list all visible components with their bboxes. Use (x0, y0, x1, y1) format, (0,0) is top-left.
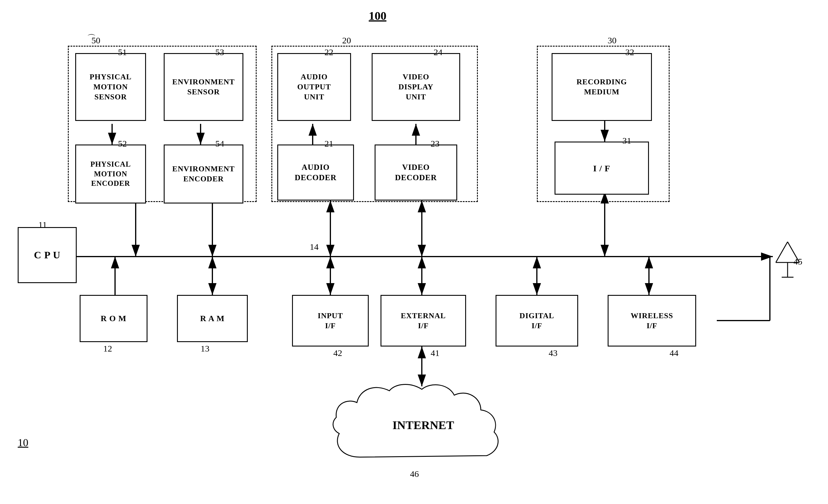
svg-text:INTERNET: INTERNET (392, 418, 454, 432)
physical-motion-sensor-box: PHYSICALMOTIONSENSOR (75, 53, 146, 121)
wl-if-label: 44 (670, 348, 678, 358)
diagram: 100 10 50 ⌒ 20 30 C P U 11 R O M 12 R A … (0, 0, 828, 504)
sensor-label-curve: ⌒ (87, 33, 96, 45)
audio-output-unit-box: AUDIOOUTPUTUNIT (277, 53, 351, 121)
video-display-unit-box: VIDEODISPLAYUNIT (372, 53, 460, 121)
system-label: 10 (18, 436, 28, 449)
bus-label: 14 (310, 242, 319, 252)
ext-if-label: 41 (431, 348, 440, 358)
diagram-title: 100 (369, 9, 386, 23)
antenna-label: 45 (793, 257, 802, 266)
input-if-label: 42 (333, 348, 342, 358)
output-group-label: 20 (342, 35, 351, 45)
rom-box: R O M (80, 295, 148, 342)
rom-label: 12 (103, 344, 112, 353)
internet-cloud: INTERNET (330, 380, 516, 475)
pms-label: 51 (118, 47, 127, 57)
environment-sensor-box: ENVIRONMENTSENSOR (164, 53, 243, 121)
recording-group-label: 30 (608, 35, 617, 45)
rm-label: 32 (625, 47, 634, 57)
physical-motion-encoder-box: PHYSICALMOTIONENCODER (75, 144, 146, 204)
cpu-label: 11 (38, 220, 47, 230)
vdu-label: 24 (433, 47, 443, 57)
ee-label: 54 (215, 139, 224, 149)
svg-line-27 (776, 242, 788, 262)
es-label: 53 (215, 47, 224, 57)
if-r-label: 31 (622, 136, 631, 146)
internet-label: 46 (410, 469, 419, 479)
wireless-if-box: WIRELESSI/F (608, 295, 696, 346)
audio-decoder-box: AUDIODECODER (277, 144, 354, 201)
external-if-box: EXTERNALI/F (380, 295, 466, 346)
if-recording-box: I / F (554, 141, 649, 195)
environment-encoder-box: ENVIRONMENTENCODER (164, 144, 243, 204)
aou-label: 22 (325, 47, 333, 57)
video-decoder-box: VIDEODECODER (375, 144, 457, 201)
cpu-box: C P U (18, 227, 77, 283)
pme-label: 52 (118, 139, 127, 149)
digital-if-box: DIGITALI/F (496, 295, 578, 346)
dig-if-label: 43 (549, 348, 557, 358)
ram-label: 13 (201, 344, 209, 353)
ram-box: R A M (177, 295, 248, 342)
vd-label: 23 (431, 139, 440, 149)
ad-label: 21 (325, 139, 333, 149)
input-if-box: INPUTI/F (292, 295, 369, 346)
recording-medium-box: RECORDINGMEDIUM (551, 53, 652, 121)
